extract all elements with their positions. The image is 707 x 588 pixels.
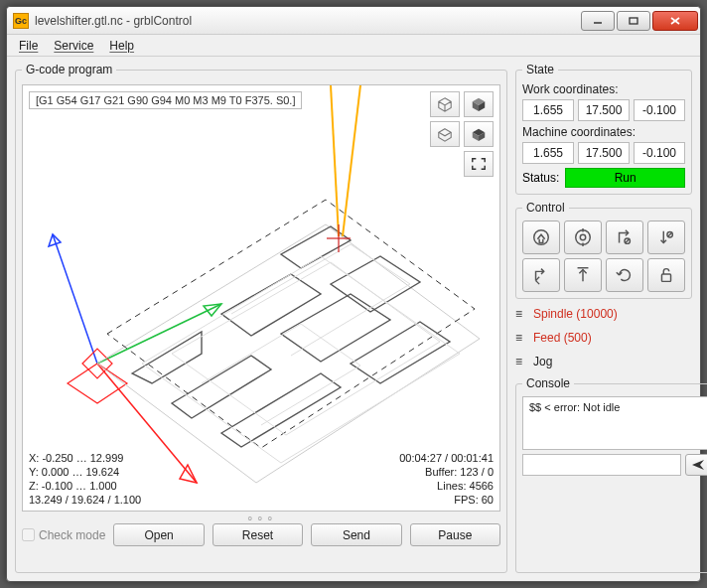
minimize-button[interactable]: [581, 11, 615, 31]
reload-icon: [615, 265, 635, 285]
console-group-label: Console: [522, 376, 574, 390]
svg-point-15: [576, 230, 591, 245]
unlock-icon: [656, 265, 676, 285]
machine-x: 1.655: [522, 142, 574, 164]
close-button[interactable]: [652, 11, 698, 31]
send-button[interactable]: Send: [311, 523, 401, 546]
restore-origin-button[interactable]: [522, 258, 560, 292]
window-title: levelshifter.gtl.nc - grblControl: [35, 14, 192, 28]
menubar: File Service Help: [7, 35, 700, 57]
svg-line-4: [53, 234, 97, 364]
viewer-stats-left: X: -0.250 … 12.999 Y: 0.000 … 19.624 Z: …: [29, 451, 141, 507]
status-label: Status:: [522, 171, 559, 185]
hamburger-icon: ≡: [515, 331, 527, 345]
titlebar[interactable]: Gc levelshifter.gtl.nc - grblControl: [7, 7, 700, 35]
home-icon: [531, 227, 551, 247]
status-value: Run: [565, 168, 685, 188]
check-mode-label: Check mode: [39, 528, 105, 542]
svg-line-11: [343, 85, 360, 236]
zero-z-button[interactable]: [647, 220, 685, 254]
unlock-button[interactable]: [647, 258, 685, 292]
svg-line-8: [97, 304, 221, 364]
spindle-section[interactable]: ≡ Spindle (10000): [515, 305, 692, 323]
jog-section[interactable]: ≡ Jog: [515, 353, 692, 370]
send-icon: [691, 459, 705, 471]
hamburger-icon: ≡: [515, 307, 527, 321]
reset-button[interactable]: Reset: [212, 523, 303, 546]
console-send-button[interactable]: [685, 454, 707, 476]
open-button[interactable]: Open: [113, 523, 204, 546]
machine-y: 17.500: [578, 142, 630, 164]
viewer-stats-right: 00:04:27 / 00:01:41 Buffer: 123 / 0 Line…: [399, 451, 494, 507]
svg-rect-1: [630, 18, 637, 24]
work-z: -0.100: [634, 99, 685, 121]
machine-coords-label: Machine coordinates:: [522, 125, 685, 139]
toolpath-canvas: [23, 85, 509, 513]
splitter-grip[interactable]: ∘∘∘: [22, 512, 500, 521]
svg-line-23: [668, 232, 672, 236]
spindle-label: Spindle (10000): [533, 307, 618, 321]
app-window: Gc levelshifter.gtl.nc - grblControl Fil…: [6, 6, 701, 582]
menu-help[interactable]: Help: [103, 37, 140, 55]
state-group-label: State: [522, 63, 558, 76]
work-y: 17.500: [578, 99, 630, 121]
probe-z-button[interactable]: [564, 220, 602, 254]
menu-file[interactable]: File: [13, 37, 44, 55]
z-up-icon: [573, 265, 593, 285]
control-group-label: Control: [522, 201, 569, 215]
console-group: Console $$ < error: Not idle: [515, 376, 707, 573]
reset-grbl-button[interactable]: [606, 258, 643, 292]
console-input[interactable]: [522, 454, 681, 476]
maximize-button[interactable]: [617, 11, 650, 31]
zero-z-icon: [656, 227, 676, 247]
svg-point-16: [580, 234, 585, 239]
svg-line-10: [331, 85, 339, 236]
menu-service[interactable]: Service: [48, 37, 99, 55]
gcode-group-label: G-code program: [22, 63, 116, 76]
safe-z-button[interactable]: [564, 258, 602, 292]
return-icon: [531, 265, 551, 285]
target-icon: [573, 227, 593, 247]
state-group: State Work coordinates: 1.655 17.500 -0.…: [515, 63, 692, 195]
machine-z: -0.100: [634, 142, 685, 164]
zero-xy-icon: [615, 227, 635, 247]
app-icon: Gc: [13, 13, 29, 29]
svg-line-20: [626, 239, 630, 243]
hamburger-icon: ≡: [515, 355, 527, 368]
svg-rect-26: [661, 274, 670, 281]
check-mode-checkbox[interactable]: Check mode: [22, 528, 105, 542]
pause-button[interactable]: Pause: [410, 523, 500, 546]
control-group: Control: [515, 201, 692, 299]
feed-label: Feed (500): [533, 331, 592, 345]
zero-xy-button[interactable]: [606, 220, 643, 254]
work-coords-label: Work coordinates:: [522, 82, 685, 96]
feed-section[interactable]: ≡ Feed (500): [515, 329, 692, 347]
home-button[interactable]: [522, 220, 560, 254]
toolpath-viewer[interactable]: [G1 G54 G17 G21 G90 G94 M0 M3 M9 T0 F375…: [22, 84, 500, 512]
check-mode-input[interactable]: [22, 528, 35, 541]
console-output[interactable]: $$ < error: Not idle: [522, 396, 707, 450]
work-x: 1.655: [522, 99, 574, 121]
gcode-program-group: G-code program [G1 G54 G17 G21 G90 G94 M…: [15, 63, 507, 573]
jog-label: Jog: [533, 355, 552, 368]
